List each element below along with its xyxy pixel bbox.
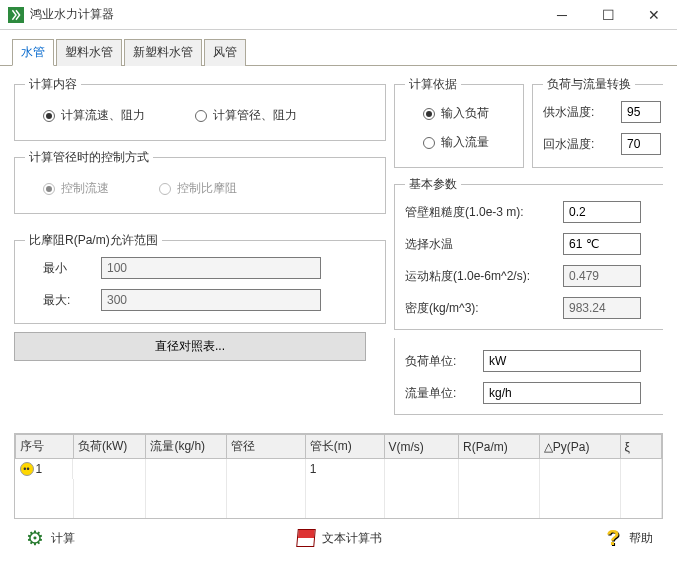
tab-bar: 水管 塑料水管 新塑料水管 风管 <box>0 30 677 66</box>
col-flow[interactable]: 流量(kg/h) <box>146 435 227 459</box>
supply-temp-label: 供水温度: <box>543 104 613 121</box>
load-unit-label: 负荷单位: <box>405 353 475 370</box>
radio-input-flow[interactable]: 输入流量 <box>423 134 495 151</box>
water-temp-input[interactable] <box>563 233 641 255</box>
viscosity-label: 运动粘度(1.0e-6m^2/s): <box>405 268 555 285</box>
friction-range-legend: 比摩阻R(Pa/m)允许范围 <box>25 232 162 249</box>
window-title: 鸿业水力计算器 <box>30 6 539 23</box>
gear-icon: ⚙ <box>24 527 46 549</box>
minimize-button[interactable]: ─ <box>539 0 585 29</box>
radio-dot-icon <box>195 110 207 122</box>
friction-range-group: 比摩阻R(Pa/m)允许范围 最小 最大: <box>14 232 386 324</box>
question-icon: ? <box>602 527 624 549</box>
calculate-button[interactable]: ⚙ 计算 <box>24 527 75 549</box>
app-icon <box>8 7 24 23</box>
load-flow-convert-group: 负荷与流量转换 供水温度: 回水温度: <box>532 76 663 168</box>
radio-dot-icon <box>423 108 435 120</box>
radio-dot-icon <box>423 137 435 149</box>
load-flow-legend: 负荷与流量转换 <box>543 76 635 93</box>
tab-new-plastic-pipe[interactable]: 新塑料水管 <box>124 39 202 66</box>
control-mode-group: 计算管径时的控制方式 控制流速 控制比摩阻 <box>14 149 386 214</box>
diameter-table-button[interactable]: 直径对照表... <box>14 332 366 361</box>
friction-max-label: 最大: <box>43 292 93 309</box>
tab-water-pipe[interactable]: 水管 <box>12 39 54 66</box>
calc-content-legend: 计算内容 <box>25 76 81 93</box>
calc-basis-legend: 计算依据 <box>405 76 461 93</box>
radio-calc-velocity-resistance[interactable]: 计算流速、阻力 <box>43 107 145 124</box>
units-group: 负荷单位: 流量单位: <box>394 338 663 415</box>
radio-dot-icon <box>43 183 55 195</box>
radio-input-load[interactable]: 输入负荷 <box>423 105 495 122</box>
maximize-button[interactable]: ☐ <box>585 0 631 29</box>
return-temp-input[interactable] <box>621 133 661 155</box>
water-temp-label: 选择水温 <box>405 236 555 253</box>
basic-params-group: 基本参数 管壁粗糙度(1.0e-3 m): 选择水温 运动粘度(1.0e-6m^… <box>394 176 663 330</box>
col-r[interactable]: R(Pa/m) <box>459 435 540 459</box>
supply-temp-input[interactable] <box>621 101 661 123</box>
calc-content-group: 计算内容 计算流速、阻力 计算管径、阻力 <box>14 76 386 141</box>
friction-min-input <box>101 257 321 279</box>
radio-dot-icon <box>43 110 55 122</box>
roughness-label: 管壁粗糙度(1.0e-3 m): <box>405 204 555 221</box>
friction-max-input <box>101 289 321 311</box>
density-label: 密度(kg/m^3): <box>405 300 555 317</box>
col-velocity[interactable]: V(m/s) <box>384 435 459 459</box>
flow-unit-input[interactable] <box>483 382 641 404</box>
calc-basis-group: 计算依据 输入负荷 输入流量 <box>394 76 524 168</box>
radio-control-friction: 控制比摩阻 <box>159 180 237 197</box>
control-mode-legend: 计算管径时的控制方式 <box>25 149 153 166</box>
density-input <box>563 297 641 319</box>
basic-params-legend: 基本参数 <box>405 176 461 193</box>
radio-calc-diameter-resistance[interactable]: 计算管径、阻力 <box>195 107 297 124</box>
roughness-input[interactable] <box>563 201 641 223</box>
col-length[interactable]: 管长(m) <box>305 435 384 459</box>
col-diameter[interactable]: 管径 <box>227 435 306 459</box>
close-button[interactable]: ✕ <box>631 0 677 29</box>
col-dpy[interactable]: △Py(Pa) <box>539 435 620 459</box>
results-table[interactable]: 序号 负荷(kW) 流量(kg/h) 管径 管长(m) V(m/s) R(Pa/… <box>14 433 663 519</box>
smiley-icon: •• <box>20 462 34 476</box>
table-row[interactable]: ••1 1 <box>16 459 662 480</box>
return-temp-label: 回水温度: <box>543 136 613 153</box>
friction-min-label: 最小 <box>43 260 93 277</box>
tab-plastic-pipe[interactable]: 塑料水管 <box>56 39 122 66</box>
text-report-button[interactable]: 文本计算书 <box>295 527 382 549</box>
flow-unit-label: 流量单位: <box>405 385 475 402</box>
col-load[interactable]: 负荷(kW) <box>73 435 145 459</box>
radio-dot-icon <box>159 183 171 195</box>
book-icon <box>295 527 317 549</box>
viscosity-input <box>563 265 641 287</box>
help-button[interactable]: ? 帮助 <box>602 527 653 549</box>
radio-control-velocity: 控制流速 <box>43 180 109 197</box>
table-row[interactable] <box>16 499 662 519</box>
load-unit-input[interactable] <box>483 350 641 372</box>
table-row[interactable] <box>16 479 662 499</box>
col-xi[interactable]: ξ <box>620 435 661 459</box>
tab-air-duct[interactable]: 风管 <box>204 39 246 66</box>
col-seq[interactable]: 序号 <box>16 435 74 459</box>
